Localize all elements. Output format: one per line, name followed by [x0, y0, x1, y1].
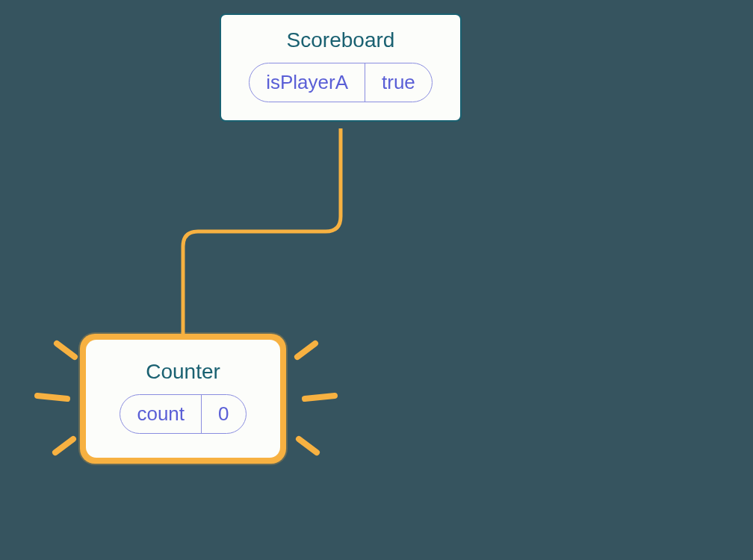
svg-line-1 [37, 396, 67, 399]
node-title-counter: Counter [146, 360, 220, 384]
node-scoreboard: Scoreboard isPlayerA true [220, 13, 462, 122]
svg-line-4 [305, 396, 335, 399]
node-counter-highlight: Counter count 0 [80, 334, 286, 464]
state-pill-counter: count 0 [120, 394, 246, 434]
state-key: isPlayerA [250, 63, 365, 102]
svg-line-0 [57, 343, 75, 357]
svg-line-3 [297, 343, 315, 357]
svg-line-5 [299, 439, 317, 452]
svg-line-2 [55, 439, 73, 452]
state-value: true [365, 63, 432, 102]
node-counter: Counter count 0 [86, 340, 280, 458]
state-value: 0 [202, 395, 245, 433]
state-key: count [120, 395, 202, 433]
node-title-scoreboard: Scoreboard [287, 28, 395, 52]
sparkle-right [279, 335, 347, 469]
state-pill-scoreboard: isPlayerA true [249, 63, 433, 102]
